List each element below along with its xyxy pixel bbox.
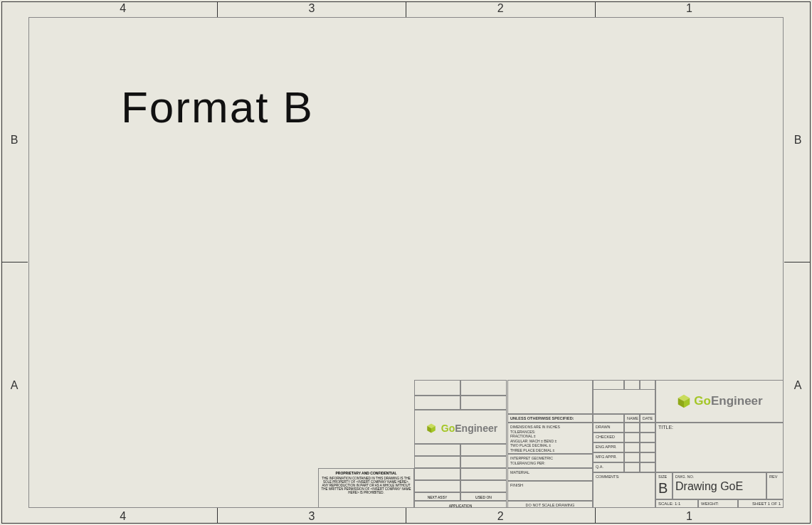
- tick: [406, 1, 406, 17]
- checked-date: [640, 433, 655, 442]
- proprietary-body: THE INFORMATION CONTAINED IN THIS DRAWIN…: [321, 477, 411, 494]
- zone-col: 3: [308, 2, 315, 15]
- comments-label: COMMENTS:: [593, 472, 655, 508]
- qa-date: [640, 462, 655, 472]
- qa-name: [624, 462, 640, 472]
- tick: [2, 262, 28, 262]
- zone-row: A: [11, 379, 19, 392]
- tick: [217, 508, 218, 524]
- drawn-date: [640, 423, 655, 433]
- format-title: Format B: [121, 82, 314, 132]
- date-label: DATE: [640, 414, 655, 423]
- noscale-label: DO NOT SCALE DRAWING: [507, 501, 593, 508]
- size-value: B: [658, 480, 670, 497]
- appr-corner1: [593, 380, 624, 390]
- material-label: MATERIAL: [507, 468, 593, 481]
- checked-name: [624, 433, 640, 442]
- drawn-label: DRAWN: [593, 423, 624, 433]
- weight-label: WEIGHT:: [698, 499, 738, 508]
- mfg-date: [640, 452, 655, 462]
- dwgno-value: Drawing GoE: [675, 480, 764, 493]
- appr-corner3: [640, 380, 655, 390]
- dwgno-label: DWG. NO.: [675, 474, 764, 479]
- logo-go-text: Go: [694, 394, 711, 408]
- zone-col: 2: [497, 510, 504, 523]
- drawn-name: [624, 423, 640, 433]
- finish-label: FINISH: [507, 481, 593, 501]
- geo-tol: INTERPRET GEOMETRIC TOLERANCING PER:: [507, 454, 593, 468]
- tol-geo2: TOLERANCING PER:: [510, 461, 590, 466]
- proprietary-block: PROPRIETARY AND CONFIDENTIAL THE INFORMA…: [318, 468, 414, 508]
- cube-icon: [676, 393, 692, 409]
- tolerance-block: DIMENSIONS ARE IN INCHES TOLERANCES: FRA…: [507, 423, 593, 454]
- tick: [406, 508, 406, 524]
- appr-blank2: [593, 414, 624, 423]
- zone-labels-left: B A: [2, 17, 26, 508]
- zone-row: B: [11, 134, 19, 147]
- tick: [595, 508, 596, 524]
- tol-blank: [507, 380, 593, 414]
- zone-row: B: [794, 134, 802, 147]
- eng-date: [640, 442, 655, 452]
- scale-label: SCALE: 1:1: [655, 499, 698, 508]
- logo-cell: GoEngineer: [655, 380, 784, 423]
- checked-label: CHECKED: [593, 433, 624, 442]
- qa-label: Q.A.: [593, 462, 624, 472]
- goengineer-logo: GoEngineer: [676, 393, 762, 409]
- name-label: NAME: [624, 414, 640, 423]
- dwgno-cell: DWG. NO. Drawing GoE: [673, 472, 766, 499]
- size-cell: SIZE B: [655, 472, 673, 499]
- tick: [784, 262, 810, 262]
- zone-col: 3: [308, 510, 315, 523]
- zone-col: 4: [120, 510, 126, 523]
- zone-col: 1: [686, 510, 692, 523]
- zone-col: 4: [120, 2, 126, 15]
- zone-row: A: [794, 379, 802, 392]
- tick: [217, 1, 218, 17]
- titleblock: UNLESS OTHERWISE SPECIFIED: DIMENSIONS A…: [413, 380, 784, 508]
- eng-label: ENG APPR.: [593, 442, 624, 452]
- mfg-label: MFG APPR.: [593, 452, 624, 462]
- zone-col: 2: [497, 2, 504, 15]
- title-label: TITLE:: [655, 423, 784, 472]
- eng-name: [624, 442, 640, 452]
- appr-corner2: [624, 380, 640, 390]
- mfg-name: [624, 452, 640, 462]
- sheet-label: SHEET 1 OF 1: [738, 499, 784, 508]
- tol-three: THREE PLACE DECIMAL ±: [510, 448, 590, 453]
- rev-label: REV: [766, 472, 784, 499]
- size-label: SIZE: [658, 474, 670, 479]
- zone-labels-right: B A: [786, 17, 810, 508]
- unless-label: UNLESS OTHERWISE SPECIFIED:: [507, 414, 593, 423]
- tick: [595, 1, 596, 17]
- logo-eng-text: Engineer: [711, 394, 763, 408]
- proprietary-heading: PROPRIETARY AND CONFIDENTIAL: [321, 471, 411, 475]
- zone-col: 1: [686, 2, 692, 15]
